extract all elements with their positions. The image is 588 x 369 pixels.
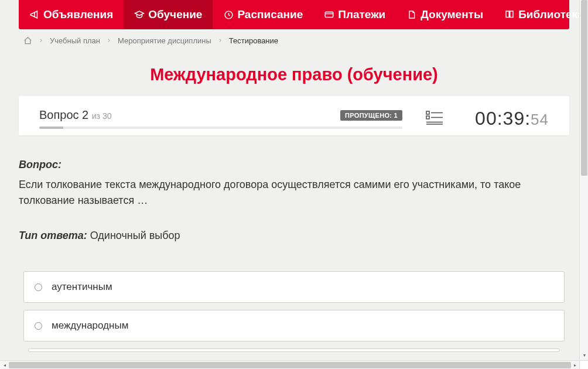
skipped-badge: ПРОПУЩЕНО: 1 <box>340 110 402 121</box>
chevron-right-icon <box>106 36 112 45</box>
nav-label: Расписание <box>237 8 303 21</box>
question-label: Вопрос: <box>19 159 569 171</box>
document-icon <box>406 9 417 20</box>
answer-type: Тип ответа: Одиночный выбор <box>19 230 569 242</box>
answer-text: аутентичным <box>52 281 112 293</box>
question-list-button[interactable] <box>420 110 449 128</box>
nav-library[interactable]: Библиотека <box>494 0 588 29</box>
scroll-left-icon[interactable]: ◂ <box>0 361 9 369</box>
home-icon[interactable] <box>23 36 32 45</box>
answer-text: международным <box>52 320 128 332</box>
nav-payments[interactable]: Платежи <box>313 0 396 29</box>
chevron-right-icon <box>217 36 223 45</box>
breadcrumb-item[interactable]: Мероприятие дисциплины <box>118 36 211 45</box>
timer: 00:39:54 <box>467 108 549 129</box>
answer-option[interactable]: международным <box>23 310 565 341</box>
scroll-right-icon[interactable]: ▸ <box>570 361 579 369</box>
question-text: Если толкование текста международного до… <box>19 177 569 209</box>
breadcrumb-item[interactable]: Учебный план <box>50 36 100 45</box>
scrollbar-thumb[interactable] <box>581 0 587 176</box>
answer-option[interactable]: аутентичным <box>23 271 565 303</box>
nav-documents[interactable]: Документы <box>396 0 494 29</box>
megaphone-icon <box>29 9 40 20</box>
nav-label: Документы <box>421 8 483 21</box>
progress-bar <box>39 127 402 129</box>
scrollbar-corner <box>579 360 588 369</box>
vertical-scrollbar[interactable]: ▴ ▾ <box>579 0 588 360</box>
horizontal-scrollbar[interactable]: ◂ ▸ <box>0 360 588 369</box>
breadcrumb: Учебный план Мероприятие дисциплины Тест… <box>19 29 569 52</box>
nav-label: Платежи <box>338 8 385 21</box>
nav-label: Объявления <box>43 8 113 21</box>
answer-option-partial[interactable] <box>28 348 560 352</box>
radio-icon <box>35 283 42 291</box>
svg-rect-4 <box>426 116 429 119</box>
radio-icon <box>35 322 42 330</box>
svg-rect-2 <box>426 111 429 114</box>
graduation-cap-icon <box>134 9 145 20</box>
book-icon <box>504 9 515 20</box>
scroll-down-icon[interactable]: ▾ <box>580 351 588 360</box>
nav-schedule[interactable]: Расписание <box>213 0 313 29</box>
card-icon <box>324 9 334 20</box>
svg-rect-1 <box>325 12 333 18</box>
nav-label: Обучение <box>148 8 202 21</box>
scrollbar-thumb[interactable] <box>9 362 571 368</box>
main-nav: Объявления Обучение Расписание Платежи <box>19 0 569 29</box>
nav-label: Библиотека <box>518 8 583 21</box>
chevron-right-icon <box>38 36 44 45</box>
page-title: Международное право (обучение) <box>19 52 569 96</box>
nav-education[interactable]: Обучение <box>124 0 213 29</box>
question-number: Вопрос 2 из 30 <box>39 108 112 122</box>
clock-icon <box>223 9 234 20</box>
nav-announcements[interactable]: Объявления <box>19 0 124 29</box>
question-status-panel: Вопрос 2 из 30 ПРОПУЩЕНО: 1 <box>19 96 569 135</box>
breadcrumb-current: Тестирование <box>229 36 278 45</box>
